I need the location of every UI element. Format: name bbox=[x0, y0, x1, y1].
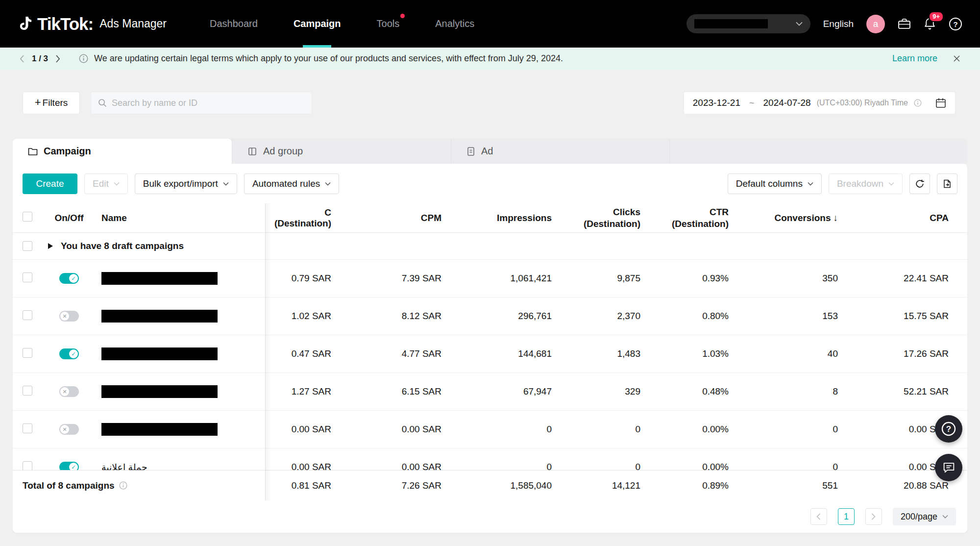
question-circle-icon: ? bbox=[941, 421, 956, 437]
campaign-status-toggle[interactable]: ✕ bbox=[59, 311, 79, 322]
language-selector[interactable]: English bbox=[823, 19, 854, 29]
campaign-name-cell[interactable] bbox=[91, 310, 265, 323]
tab-ad-group[interactable]: Ad group bbox=[232, 139, 451, 164]
row-checkbox[interactable] bbox=[23, 348, 32, 358]
table-body-rows: ✓0.79 SAR7.39 SAR1,061,4219,8750.93%3502… bbox=[13, 260, 967, 470]
tab-ad[interactable]: Ad bbox=[451, 139, 670, 164]
chat-fab[interactable] bbox=[935, 454, 962, 481]
cpa-cell: 22.41 SAR bbox=[838, 273, 949, 284]
avatar[interactable]: a bbox=[866, 15, 885, 33]
total-cpa: 20.88 SAR bbox=[838, 480, 949, 491]
chevron-down-icon bbox=[888, 182, 894, 186]
export-button[interactable] bbox=[937, 174, 957, 194]
page-size-label: 200/page bbox=[901, 512, 937, 522]
business-center-button[interactable] bbox=[898, 18, 911, 30]
nav-item-analytics[interactable]: Analytics bbox=[435, 0, 474, 48]
tab-label: Ad bbox=[481, 146, 493, 157]
logo-subtitle: Ads Manager bbox=[99, 17, 167, 30]
campaign-status-toggle[interactable]: ✓ bbox=[59, 462, 79, 470]
col-onoff[interactable]: On/Off bbox=[47, 213, 91, 223]
bulk-export-import-dropdown[interactable]: Bulk export/import bbox=[135, 174, 237, 194]
campaign-name-cell[interactable] bbox=[91, 423, 265, 436]
automated-rules-dropdown[interactable]: Automated rules bbox=[244, 174, 339, 194]
logo-text: TikTok: bbox=[37, 14, 93, 34]
row-checkbox[interactable] bbox=[23, 461, 32, 471]
cpc-cell: 1.27 SAR bbox=[265, 386, 331, 397]
date-range-picker[interactable]: 2023-12-21 ~ 2024-07-28 (UTC+03:00) Riya… bbox=[684, 92, 956, 114]
col-conversions[interactable]: Conversions↓ bbox=[729, 213, 838, 223]
clicks-cell: 329 bbox=[552, 386, 640, 397]
col-name[interactable]: Name bbox=[91, 213, 265, 223]
row-toggle-cell: ✓ bbox=[47, 348, 91, 359]
cpa-cell: 52.21 SAR bbox=[838, 386, 949, 397]
sort-desc-icon[interactable]: ↓ bbox=[833, 213, 838, 223]
learn-more-link[interactable]: Learn more bbox=[892, 53, 937, 64]
nav-item-tools[interactable]: Tools bbox=[377, 0, 400, 48]
notifications-button[interactable]: 9+ bbox=[924, 17, 936, 30]
refresh-button[interactable] bbox=[909, 174, 930, 194]
cpm-cell: 6.15 SAR bbox=[331, 386, 441, 397]
row-toggle-cell: ✕ bbox=[47, 311, 91, 322]
row-checkbox[interactable] bbox=[23, 273, 32, 282]
col-cpc-destination[interactable]: C (Destination) bbox=[265, 207, 331, 229]
caret-right-icon[interactable] bbox=[48, 243, 53, 249]
campaign-name: حملة اعلانية bbox=[101, 462, 147, 471]
col-ctr-destination[interactable]: CTR(Destination) bbox=[640, 206, 729, 229]
frozen-column-divider bbox=[265, 203, 266, 500]
campaign-row: ✓حملة اعلانية0.00 SAR0.00 SAR000.00%00.0… bbox=[13, 448, 967, 470]
search-input[interactable] bbox=[112, 98, 305, 108]
edit-label: Edit bbox=[93, 178, 109, 189]
row-checkbox[interactable] bbox=[23, 423, 32, 433]
create-button[interactable]: Create bbox=[23, 174, 77, 194]
campaign-status-toggle[interactable]: ✕ bbox=[59, 386, 79, 397]
toggle-knob: ✓ bbox=[69, 463, 78, 470]
edit-dropdown[interactable]: Edit bbox=[84, 174, 128, 194]
breakdown-dropdown[interactable]: Breakdown bbox=[829, 174, 903, 194]
calendar-button[interactable] bbox=[935, 98, 946, 108]
default-columns-dropdown[interactable]: Default columns bbox=[728, 174, 822, 194]
date-separator: ~ bbox=[749, 98, 755, 108]
cpc-cell: 0.47 SAR bbox=[265, 348, 331, 359]
nav-label: Dashboard bbox=[210, 18, 258, 29]
search-box[interactable] bbox=[91, 92, 312, 114]
info-icon[interactable] bbox=[119, 481, 127, 490]
row-checkbox[interactable] bbox=[23, 310, 32, 320]
banner-prev-button[interactable] bbox=[20, 55, 24, 63]
col-clicks-destination[interactable]: Clicks(Destination) bbox=[552, 206, 640, 229]
banner-pager: 1 / 3 bbox=[20, 54, 60, 64]
campaign-name-cell[interactable] bbox=[91, 347, 265, 360]
current-page[interactable]: 1 bbox=[838, 508, 855, 525]
campaign-status-toggle[interactable]: ✕ bbox=[59, 424, 79, 435]
campaign-name-cell[interactable] bbox=[91, 385, 265, 398]
banner-next-button[interactable] bbox=[55, 55, 60, 63]
prev-page-button[interactable] bbox=[810, 508, 827, 525]
col-cpa[interactable]: CPA bbox=[838, 213, 949, 223]
impressions-cell: 144,681 bbox=[441, 348, 552, 359]
draft-campaigns-row: You have 8 draft campaigns bbox=[13, 233, 967, 260]
clicks-cell: 0 bbox=[552, 462, 640, 470]
filters-button[interactable]: + Filters bbox=[23, 92, 80, 114]
banner-close-button[interactable] bbox=[953, 55, 960, 62]
campaign-name-cell[interactable] bbox=[91, 272, 265, 285]
next-page-button[interactable] bbox=[865, 508, 882, 525]
campaign-name-cell[interactable]: حملة اعلانية bbox=[91, 462, 265, 471]
select-all-checkbox[interactable] bbox=[23, 212, 32, 222]
nav-item-campaign[interactable]: Campaign bbox=[294, 0, 341, 48]
tab-campaign[interactable]: Campaign bbox=[13, 139, 232, 164]
campaign-status-toggle[interactable]: ✓ bbox=[59, 273, 79, 284]
tiktok-logo[interactable]: TikTok: Ads Manager bbox=[20, 14, 167, 34]
col-cpm[interactable]: CPM bbox=[331, 213, 441, 223]
banner-message: We are updating certain legal terms whic… bbox=[94, 53, 563, 64]
draft-checkbox[interactable] bbox=[23, 241, 32, 251]
col-impressions[interactable]: Impressions bbox=[441, 213, 552, 223]
page-size-dropdown[interactable]: 200/page bbox=[893, 508, 956, 525]
row-checkbox[interactable] bbox=[23, 386, 32, 396]
help-button[interactable]: ? bbox=[949, 17, 962, 31]
help-fab[interactable]: ? bbox=[935, 415, 962, 443]
impressions-cell: 0 bbox=[441, 424, 552, 435]
nav-item-dashboard[interactable]: Dashboard bbox=[210, 0, 258, 48]
campaign-status-toggle[interactable]: ✓ bbox=[59, 348, 79, 359]
search-icon bbox=[98, 99, 107, 107]
refresh-icon bbox=[915, 179, 925, 189]
account-selector[interactable] bbox=[686, 14, 810, 33]
